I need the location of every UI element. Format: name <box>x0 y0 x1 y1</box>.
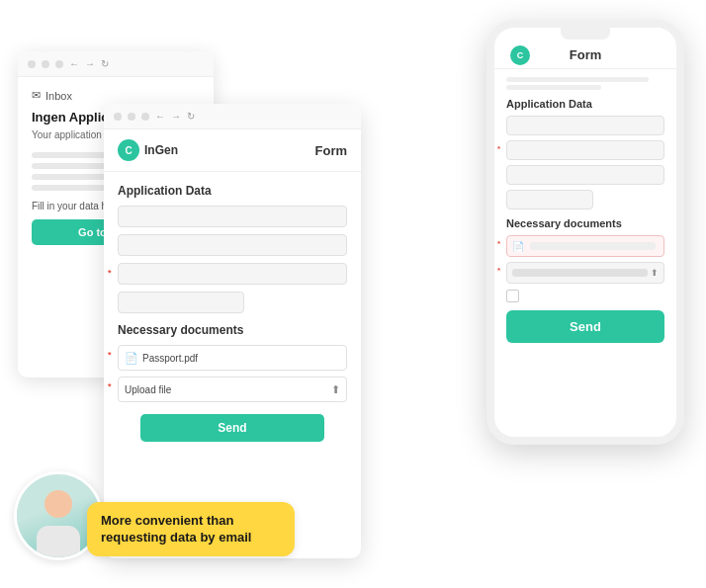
logo-name: InGen <box>144 143 178 157</box>
fw-back-icon: ← <box>155 111 165 122</box>
form-window: ← → ↻ C InGen Form Application Data * Ne… <box>104 104 361 558</box>
app-data-section-title: Application Data <box>118 184 347 198</box>
phone-notch <box>561 28 610 40</box>
form-header: C InGen Form <box>104 129 361 172</box>
phone-pdf-icon: 📄 <box>512 241 524 252</box>
phone-checkbox[interactable] <box>506 290 519 302</box>
person-head <box>44 490 72 518</box>
phone-star-1: * <box>497 144 500 153</box>
input-row-3: * <box>118 263 347 285</box>
win-btn-2 <box>42 60 49 68</box>
fw-btn-1 <box>114 113 122 121</box>
upload-label: Upload file <box>125 384 171 395</box>
fw-refresh-icon: ↻ <box>187 111 195 122</box>
phone-header: C Form <box>494 43 676 69</box>
form-send-button[interactable]: Send <box>140 414 324 442</box>
fw-forward-icon: → <box>171 111 181 122</box>
pdf-icon: 📄 <box>125 352 138 365</box>
phone-file-bar <box>530 242 656 250</box>
phone-url-bar <box>506 77 649 82</box>
upload-file-row[interactable]: Upload file ⬆ <box>118 377 347 402</box>
phone-frame: C Form Application Data * Necessary docu… <box>486 20 684 445</box>
phone-passport-row: * 📄 <box>506 235 664 257</box>
phone-logo-circle: C <box>510 45 530 65</box>
phone-checkbox-row <box>506 290 664 302</box>
person-torso <box>37 526 80 557</box>
input-row-1 <box>118 206 347 227</box>
phone-input-row-4 <box>506 190 664 210</box>
upload-row: * Upload file ⬆ <box>118 377 347 402</box>
phone-input-row-2: * <box>506 140 664 160</box>
form-input-2[interactable] <box>118 234 347 256</box>
phone-upload-file[interactable]: ⬆ <box>506 262 664 284</box>
required-star-2: * <box>108 350 112 360</box>
form-body: Application Data * Necessary documents *… <box>104 172 361 454</box>
form-toolbar: ← → ↻ <box>104 104 361 129</box>
phone-input-1[interactable] <box>506 116 664 135</box>
win-btn-1 <box>28 60 36 68</box>
form-logo: C InGen <box>118 139 178 161</box>
docs-section-title: Necessary documents <box>118 323 347 337</box>
callout-box: More convenient than requesting data by … <box>87 502 295 556</box>
phone-upload-icon: ⬆ <box>651 268 659 278</box>
phone-input-row-3 <box>506 165 664 185</box>
upload-icon: ⬆ <box>331 383 340 396</box>
forward-arrow-icon: → <box>85 58 95 69</box>
required-star-1: * <box>108 268 112 278</box>
phone-app-data-title: Application Data <box>506 98 664 110</box>
phone-url-bar-2 <box>506 85 601 90</box>
inbox-label: ✉ Inbox <box>32 89 200 102</box>
input-row-4 <box>118 292 347 313</box>
docs-section: Necessary documents * 📄 Passport.pdf * U… <box>118 323 347 402</box>
phone-input-4[interactable] <box>506 190 593 210</box>
phone-input-3[interactable] <box>506 165 664 185</box>
fw-btn-2 <box>128 113 135 121</box>
input-row-2 <box>118 234 347 256</box>
phone-form-title: Form <box>570 47 602 62</box>
required-star-3: * <box>108 381 112 391</box>
phone-star-2: * <box>497 239 500 248</box>
phone-input-2[interactable] <box>506 140 664 160</box>
phone-send-button[interactable]: Send <box>506 310 664 343</box>
fw-btn-3 <box>141 113 149 121</box>
phone-upload-row: * ⬆ <box>506 262 664 284</box>
phone-upload-bar <box>512 269 648 277</box>
passport-row: * 📄 Passport.pdf <box>118 345 347 371</box>
refresh-icon: ↻ <box>101 58 109 69</box>
email-toolbar: ← → ↻ <box>18 51 214 77</box>
phone-input-row-1 <box>506 116 664 135</box>
phone-docs-title: Necessary documents <box>506 217 664 229</box>
passport-file[interactable]: 📄 Passport.pdf <box>118 345 347 371</box>
callout-text: More convenient than requesting data by … <box>101 512 281 546</box>
phone-passport-file[interactable]: 📄 <box>506 235 664 257</box>
back-arrow-icon: ← <box>69 58 79 69</box>
phone-body: Application Data * Necessary documents *… <box>494 69 676 351</box>
form-input-3[interactable] <box>118 263 347 285</box>
inbox-icon: ✉ <box>32 89 41 102</box>
phone-logo: C <box>510 45 530 65</box>
person-body <box>29 488 88 557</box>
form-input-4[interactable] <box>118 292 244 313</box>
logo-circle: C <box>118 139 139 161</box>
form-input-1[interactable] <box>118 206 347 227</box>
inbox-text: Inbox <box>45 90 72 102</box>
passport-filename: Passport.pdf <box>142 353 198 364</box>
form-window-title: Form <box>315 143 348 158</box>
win-btn-3 <box>55 60 63 68</box>
phone-star-3: * <box>497 266 500 275</box>
